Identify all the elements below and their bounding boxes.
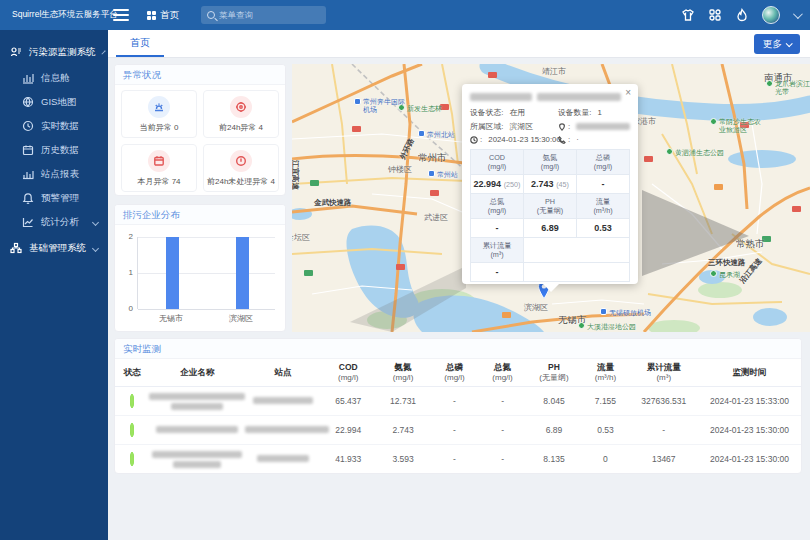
y-tick: 1: [117, 268, 133, 277]
device-time-value: 2024-01-23 15:30:00: [488, 135, 560, 144]
x-category: 滨湖区: [211, 313, 271, 324]
more-button-label: 更多: [763, 38, 782, 51]
panel-title: 实时监测: [115, 339, 801, 359]
card-month-abnormal[interactable]: 本月异常 74: [121, 144, 197, 192]
map-poi-station: 常州站: [428, 170, 458, 180]
trend-chart-icon: [22, 216, 34, 228]
map-poi-park: 龙爪岩滨江风光带: [766, 80, 810, 96]
sidebar-item-realtime-data[interactable]: 实时数据: [0, 114, 108, 138]
y-tick: 0: [117, 304, 133, 313]
search-input[interactable]: [219, 10, 320, 20]
history-icon: [22, 144, 34, 156]
map-city-label: 常熟市: [736, 238, 765, 251]
status-online-dot: [130, 394, 134, 408]
system-org-icon: [10, 242, 22, 254]
airport-icon: [600, 308, 607, 315]
card-24h-abnormal[interactable]: 前24h异常 4: [203, 90, 279, 138]
calendar-icon: [148, 150, 170, 172]
device-count-value: 1: [598, 108, 602, 117]
y-tick: 2: [117, 232, 133, 241]
bar-wuxi: [166, 237, 179, 309]
chevron-down-icon: [786, 40, 793, 47]
map-city-label: 常州市: [418, 152, 447, 165]
park-icon: [710, 118, 717, 125]
tab-bar: 首页 更多: [108, 30, 810, 58]
map-poi-park: 常阴沙生态农业旅游区: [710, 118, 765, 134]
topbar-home-link[interactable]: 首页: [147, 9, 179, 22]
sidebar-item-statistics[interactable]: 统计分析: [0, 210, 108, 234]
redacted-station: [245, 426, 329, 433]
gridline: [138, 237, 275, 238]
gis-map[interactable]: 靖江市 南通市 常州市 钟楼区 武进区 金坛区 无锡市 滨湖区 常熟市 张家港市…: [292, 64, 810, 332]
sidebar-group-pollution-monitor[interactable]: 污染源监测系统: [0, 38, 108, 66]
user-avatar[interactable]: [762, 6, 780, 24]
bar-chart: [137, 237, 275, 309]
gridline: [138, 273, 275, 274]
content-area: 异常状况 当前异常 0 前24h异常 4 本月异常 74: [108, 58, 810, 540]
phone-icon: [558, 136, 566, 144]
user-menu-chevron-icon[interactable]: [793, 9, 803, 19]
map-district-label: 金坛区: [292, 232, 310, 243]
sidebar-item-info[interactable]: 信息舱: [0, 66, 108, 90]
sidebar-item-history-data[interactable]: 历史数据: [0, 138, 108, 162]
x-axis: [138, 309, 275, 310]
sidebar-item-station-report[interactable]: 站点报表: [0, 162, 108, 186]
sidebar-item-label: 预警管理: [41, 192, 79, 205]
bell-icon: [22, 192, 34, 204]
more-button[interactable]: 更多: [754, 34, 800, 54]
dashboard-layout-icon[interactable]: [708, 8, 722, 22]
redacted-text: [537, 93, 621, 101]
redacted-company: [156, 426, 238, 433]
map-road-label: 江宜高速: [292, 160, 300, 190]
card-unhandled-abnormal[interactable]: 前24h未处理异常 4: [203, 144, 279, 192]
sidebar-item-label: 实时数据: [41, 120, 79, 133]
sidebar-item-label: 站点报表: [41, 168, 79, 181]
clock-icon: [22, 120, 34, 132]
tab-home[interactable]: 首页: [116, 30, 164, 57]
menu-search-box[interactable]: [201, 6, 326, 24]
table-row[interactable]: 22.994 2.743 - - 6.89 0.53 - 2024-01-23 …: [115, 416, 801, 445]
app-window: Squirrel生态环境云服务平台 首页 污染源监测系: [0, 0, 810, 540]
table-row[interactable]: 41.933 3.593 - - 8.135 0 13467 2024-01-2…: [115, 445, 801, 474]
sidebar-item-label: 信息舱: [41, 72, 70, 85]
park-icon: [578, 322, 585, 329]
clock-icon: [470, 136, 478, 144]
distribution-chart-panel: 排污企业分布 2 1 0 无锡市 滨湖区: [114, 204, 286, 332]
status-online-dot: [130, 452, 134, 466]
map-road-label: 金武快速路: [314, 198, 352, 208]
apps-grid-icon: [147, 11, 156, 20]
bar-binhu: [236, 237, 249, 309]
close-icon[interactable]: ×: [625, 88, 631, 98]
warning-circle-icon: [230, 150, 252, 172]
device-status-value: 在用: [510, 107, 526, 118]
map-road-label: 三环快速路: [708, 258, 746, 268]
theme-skin-icon[interactable]: [681, 8, 695, 22]
sidebar-group-base-manage[interactable]: 基础管理系统: [0, 234, 108, 262]
flame-icon[interactable]: [735, 8, 749, 22]
menu-toggle-icon[interactable]: [113, 9, 129, 21]
sidebar-item-label: 统计分析: [41, 216, 86, 229]
sidebar-item-alert-manage[interactable]: 预警管理: [0, 186, 108, 210]
sidebar-item-gis-map[interactable]: GIS地图: [0, 90, 108, 114]
redacted-text: [470, 93, 532, 101]
map-poi-station: 常州北站: [418, 130, 455, 140]
map-poi-lake: 昆承湖: [710, 270, 740, 280]
monitor-system-icon: [10, 46, 22, 58]
map-district-label: 滨湖区: [524, 302, 548, 313]
panel-title: 排污企业分布: [115, 205, 285, 225]
expand-icon: [92, 244, 99, 251]
lake-icon: [710, 270, 717, 277]
table-row[interactable]: 65.437 12.731 - - 8.045 7.155 327636.531…: [115, 387, 801, 416]
card-current-abnormal[interactable]: 当前异常 0: [121, 90, 197, 138]
map-district-label: 钟楼区: [388, 164, 412, 175]
popup-measurements-table: COD(mg/l) 氨氮(mg/l) 总磷(mg/l) 22.994 (250)…: [470, 149, 630, 282]
main-area: 首页 更多 异常状况 当前异常 0 前24h异常 4: [108, 30, 810, 540]
train-station-icon: [428, 170, 435, 177]
map-poi-park: 黄泗浦生态公园: [666, 148, 724, 158]
redacted-station: [257, 455, 309, 462]
sidebar-item-label: 历史数据: [41, 144, 79, 157]
map-poi-park: 大溪港湿地公园: [578, 322, 636, 332]
redacted-company: [152, 451, 242, 458]
popup-device-fields: 设备状态: 在用 设备数量: 1 所属区域: 滨湖区 : : 2024-01-2…: [470, 107, 630, 144]
map-poi-airport: 常州奔牛国际机场: [354, 98, 409, 114]
